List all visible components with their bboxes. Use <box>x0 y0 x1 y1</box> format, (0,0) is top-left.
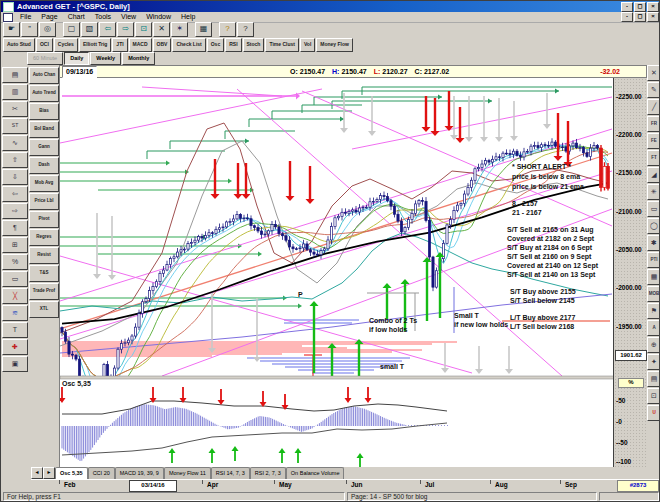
study-button-money-flow[interactable]: Money Flow <box>316 38 353 52</box>
tool-button-xtl[interactable]: XTL <box>29 301 59 318</box>
tool-button-trade-prof[interactable]: Trade Prof <box>29 283 59 300</box>
tool-button-pivot[interactable]: Pivot <box>29 211 59 228</box>
cross-tool-icon[interactable]: ✚ <box>2 339 28 355</box>
study-button-auto-stud[interactable]: Auto Stud <box>3 38 35 52</box>
text-tool-icon[interactable]: A <box>647 320 660 336</box>
tool-button-auto-trend[interactable]: Auto Trend <box>29 85 59 102</box>
print-icon[interactable]: ▦ <box>195 22 212 37</box>
arrow-down-icon[interactable]: ⇩ <box>2 169 28 185</box>
menu-item-chart[interactable]: Chart <box>63 12 90 22</box>
menu-item-page[interactable]: Page <box>36 12 62 22</box>
study-button-macd[interactable]: MACD <box>129 38 152 52</box>
bottom-tab-rsi-14-7-3[interactable]: RSI 14, 7, 3 <box>211 467 250 479</box>
study-button-stoch[interactable]: Stoch <box>243 38 265 52</box>
grid-icon[interactable]: ▦ <box>647 269 660 285</box>
quote-icon[interactable]: ” <box>21 22 38 37</box>
minimize-button[interactable]: - <box>621 2 633 12</box>
arrow-up-icon[interactable]: ⇧ <box>2 152 28 168</box>
timeframe-button-weekly[interactable]: Weekly <box>90 52 121 65</box>
next-page-icon[interactable]: ⇨ <box>117 22 134 37</box>
study-button-rsi[interactable]: RSI <box>225 38 241 52</box>
zoom-tool-icon[interactable]: ⊕ <box>647 337 660 353</box>
study-button-check-list[interactable]: Check List <box>172 38 205 52</box>
study-icon[interactable]: ST <box>2 118 28 134</box>
child-window-icon[interactable] <box>3 13 13 22</box>
timeframe-button-daily[interactable]: Daily <box>64 52 89 65</box>
timeframe-button-60-minute[interactable]: 60 Minute <box>27 52 63 65</box>
pointer-icon[interactable]: ☛ <box>3 22 20 37</box>
zoom-icon[interactable]: ◎ <box>39 22 56 37</box>
menu-item-tools[interactable]: Tools <box>90 12 116 22</box>
print-chart-icon[interactable]: ▤ <box>2 67 28 83</box>
copy-page-icon[interactable]: ⊡ <box>135 22 152 37</box>
child-restore-button[interactable]: ◻ <box>634 12 646 22</box>
pti-icon[interactable]: PTI <box>647 252 660 268</box>
pencil-icon[interactable]: ✎ <box>647 82 660 98</box>
context-help-icon[interactable]: ? <box>237 22 254 37</box>
study-button-time-clust[interactable]: Time Clust <box>265 38 298 52</box>
tool-button-regres[interactable]: Regres <box>29 229 59 246</box>
box-tool-icon[interactable]: ▭ <box>2 271 28 287</box>
tool-button-bias[interactable]: Bias <box>29 103 59 120</box>
page-layout-icon[interactable]: ▥ <box>2 84 28 100</box>
title-bar[interactable]: Advanced GET - [^GSPC, Daily] - ◻ × <box>1 1 660 12</box>
waves-tool-icon[interactable]: ≋ <box>2 305 28 321</box>
fib-retracement-icon[interactable]: FR <box>647 116 660 132</box>
alert-icon[interactable]: ◢ <box>647 167 660 183</box>
studies-icon[interactable]: ✶ <box>171 22 188 37</box>
rectangle-tool-icon[interactable]: ▭ <box>647 201 660 217</box>
tool-button-dash[interactable]: Dash <box>29 157 59 174</box>
percent-tool-icon[interactable]: % <box>2 254 28 270</box>
close-chart-icon[interactable]: ✕ <box>647 65 660 81</box>
elliott-wave-icon[interactable]: ∿ <box>2 135 28 151</box>
snapshot-icon[interactable]: ✂ <box>2 101 28 117</box>
menu-item-window[interactable]: Window <box>141 12 176 22</box>
flag-icon[interactable]: ⚑ <box>647 303 660 319</box>
new-chart-icon[interactable]: ▢ <box>63 22 80 37</box>
tool-button-resist[interactable]: Resist <box>29 247 59 264</box>
study-button-elliott-trig[interactable]: Elliott Trig <box>79 38 111 52</box>
pilcrow-tool-icon[interactable]: ¶ <box>2 220 28 236</box>
fib-extension-icon[interactable]: FE <box>647 133 660 149</box>
timeframe-button-monthly[interactable]: Monthly <box>122 52 155 65</box>
child-minimize-button[interactable]: - <box>621 12 633 22</box>
expansion-icon[interactable]: ✱ <box>647 235 660 251</box>
tool-button-t-s[interactable]: T&S <box>29 265 59 282</box>
mob-icon[interactable]: MOB <box>647 286 660 302</box>
open-chart-icon[interactable]: ▧ <box>81 22 98 37</box>
bottom-tab-cci-20[interactable]: CCI 20 <box>88 467 115 479</box>
colors-icon[interactable]: ✦ <box>647 354 660 370</box>
tool-button-auto-chan[interactable]: Auto Chan <box>29 67 59 84</box>
bottom-tab-on-balance-volume[interactable]: On Balance Volume <box>286 467 345 479</box>
copy-tool-icon[interactable]: ⊡ <box>647 388 660 404</box>
delete-page-icon[interactable]: ✕ <box>153 22 170 37</box>
restore-button[interactable]: ◻ <box>634 2 646 12</box>
menu-item-help[interactable]: Help <box>176 12 200 22</box>
bottom-tab-money-flow-11[interactable]: Money Flow 11 <box>164 467 211 479</box>
fan-lines-icon[interactable]: ✳ <box>647 184 660 200</box>
tabs-scroll-left-button[interactable]: ◄ <box>31 467 43 479</box>
grid2-icon[interactable]: ▤ <box>647 371 660 387</box>
study-button-jti[interactable]: JTI <box>112 38 127 52</box>
close-button[interactable]: × <box>647 2 659 12</box>
bottom-tab-macd-19-39-9[interactable]: MACD 19, 39, 9 <box>115 467 164 479</box>
elliott-u-icon[interactable]: U <box>647 405 660 421</box>
cursor-date[interactable]: 09/13/16 <box>62 66 97 78</box>
mini-chart-icon[interactable]: ▣ <box>2 356 28 372</box>
study-button-vol[interactable]: Vol <box>300 38 315 52</box>
bottom-tab-osc-5-35[interactable]: Osc 5,35 <box>55 467 88 479</box>
expand-tool-icon[interactable]: ⊞ <box>2 237 28 253</box>
study-button-cycles[interactable]: Cycles <box>54 38 78 52</box>
price-axis[interactable]: -2250.00-2200.00-2150.00-2100.00-2050.00… <box>613 78 647 467</box>
prev-page-icon[interactable]: ⇦ <box>99 22 116 37</box>
time-seg-icon[interactable]: T <box>2 322 28 338</box>
study-button-obv[interactable]: OBV <box>153 38 172 52</box>
ellipse-tool-icon[interactable]: ◯ <box>647 218 660 234</box>
chart-plot-area[interactable]: PCombo of 2 Tsif low holdsSmall Tif new … <box>59 78 613 467</box>
tool-button-bol-band[interactable]: Bol Band <box>29 121 59 138</box>
tabs-scroll-right-button[interactable]: ► <box>43 467 55 479</box>
fib-time-icon[interactable]: FT <box>647 150 660 166</box>
bottom-tab-rsi-2-7-3[interactable]: RSI 2, 7, 3 <box>250 467 286 479</box>
child-close-button[interactable]: × <box>647 12 659 22</box>
study-button-oci[interactable]: OCI <box>36 38 53 52</box>
